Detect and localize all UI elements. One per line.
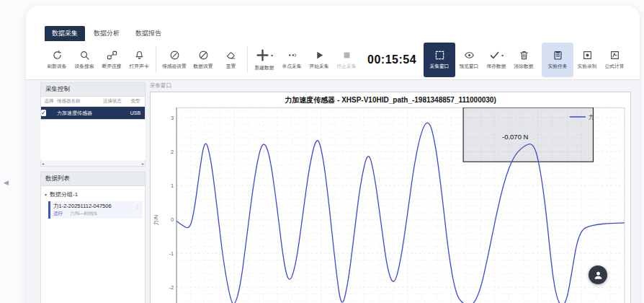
y-tick-label: 1 <box>171 183 174 189</box>
data-list-tree: ▾数据分组-1力1-2-20251112-047506⋮运行力/N—时间/s <box>40 186 146 303</box>
chevron-down-icon: ▾ <box>45 192 47 197</box>
sound-alert-button[interactable]: 打开声卡 <box>125 43 153 77</box>
scroll-left-icon[interactable]: ◂ <box>42 161 44 166</box>
preview-window-iconrow <box>464 50 475 61</box>
data-list-item[interactable]: 力1-2-20251112-047506⋮运行力/N—时间/s <box>48 201 143 219</box>
measurement-value: -0.070 N <box>502 133 529 141</box>
formula-calc-button[interactable]: 公式计算 <box>601 43 628 77</box>
new-data-label: 新建数据 <box>255 65 274 71</box>
search-device-iconrow <box>79 50 90 61</box>
data-item-detail: 力/N—时间/s <box>70 211 97 217</box>
sensor-table-header: 选择传感器名称连接状态类型 <box>41 97 145 107</box>
y-tick-label: 3 <box>171 115 174 121</box>
experiment-record-button[interactable]: 实验录制 <box>573 43 601 77</box>
y-tick-label: -2 <box>169 284 174 291</box>
search-device-button[interactable]: 设备搜索 <box>71 43 98 77</box>
column-header: 传感器名称 <box>57 98 99 105</box>
refresh-device-iconrow <box>52 50 63 61</box>
clear-data-iconrow <box>519 50 529 61</box>
collapse-panel-arrow[interactable]: ◀ <box>4 179 9 186</box>
kebab-menu-icon[interactable]: ⋮ <box>135 203 140 209</box>
bell-icon <box>134 50 145 61</box>
experiment-task-button[interactable]: 实验任务 <box>542 43 573 77</box>
single-point-capture-button[interactable]: 单点采集 <box>278 43 305 77</box>
data-item-status: 运行 <box>53 211 63 217</box>
stop-icon <box>341 50 352 61</box>
sensor-checkbox[interactable]: ✓ <box>41 110 46 116</box>
capture-timer: 00:15:54 <box>367 53 416 66</box>
y-axis-label: 力/N <box>153 215 159 226</box>
sensor-table-scrollbar[interactable]: ◂ ▸ <box>40 160 146 167</box>
new-data-iconrow: ▾ <box>256 48 273 62</box>
disconnect-device-button[interactable]: 断开连接 <box>98 43 125 77</box>
sound-alert-label: 打开声卡 <box>130 63 149 70</box>
dots-icon <box>287 50 298 61</box>
sensor-name: 力加速度传感器 <box>57 110 99 117</box>
capture-window-label: 采集窗口 <box>150 82 631 91</box>
disconnect-device-iconrow <box>107 50 117 61</box>
toolbar-divider <box>247 47 248 73</box>
legend-label: 力 <box>589 114 594 120</box>
capture-window-iconrow <box>434 50 445 61</box>
reset-button[interactable]: 重置 <box>217 43 244 77</box>
chevron-down-icon: ▾ <box>271 53 273 58</box>
waveform-chart: 3210-1-2-3力/N-0.070 N力 <box>152 107 629 303</box>
tab-data-capture[interactable]: 数据采集 <box>45 26 85 41</box>
slash-circle-icon <box>198 50 209 61</box>
stop-capture-button[interactable]: 停止采集 <box>333 43 360 77</box>
pen-icon <box>169 50 180 61</box>
experiment-task-label: 实验任务 <box>548 63 568 70</box>
acquisition-control-header: 采集控制 <box>40 82 146 97</box>
single-point-capture-label: 单点采集 <box>282 63 302 70</box>
data-item-sub: 运行力/N—时间/s <box>53 211 140 217</box>
clear-data-label: 清除数据 <box>514 63 534 70</box>
refresh-device-button[interactable]: 刷新设备 <box>43 43 71 77</box>
tab-data-analysis[interactable]: 数据分析 <box>86 26 127 41</box>
stop-capture-iconrow <box>341 50 352 61</box>
left-panel: 采集控制 选择传感器名称连接状态类型✓力加速度传感器USB ◂ ▸ 数据列表 ▾… <box>40 82 146 303</box>
refresh-icon <box>52 50 63 61</box>
sensor-table-empty-space <box>40 120 146 160</box>
column-header: 连接状态 <box>99 98 126 105</box>
clipboard-icon <box>553 50 563 61</box>
formula-calc-label: 公式计算 <box>605 63 625 70</box>
data-group-row[interactable]: ▾数据分组-1 <box>41 188 145 201</box>
data-group-label: 数据分组-1 <box>50 190 78 198</box>
formula-icon <box>609 50 620 61</box>
search-device-label: 设备搜索 <box>75 63 94 70</box>
reset-iconrow <box>225 50 236 61</box>
sensor-type: USB <box>126 110 145 115</box>
preview-window-button[interactable]: 预览窗口 <box>455 43 483 77</box>
experiment-task-iconrow <box>553 50 563 61</box>
eraser-icon <box>225 50 236 61</box>
start-capture-label: 开始采集 <box>310 63 329 70</box>
clear-data-button[interactable]: 清除数据 <box>510 43 537 77</box>
check-icon <box>489 50 500 61</box>
experiment-record-iconrow <box>582 50 593 61</box>
save-data-button[interactable]: ▾保存数据 <box>483 43 510 77</box>
data-settings-button[interactable]: 数据设置 <box>189 43 217 77</box>
start-capture-button[interactable]: 开始采集 <box>305 43 333 77</box>
chart-title: 力加速度传感器 - XHSP-V10HID_path_-1981348857_1… <box>151 95 630 105</box>
capture-window-button[interactable]: 采集窗口 <box>424 43 455 77</box>
sensor-settings-button[interactable]: 传感器设置 <box>159 43 189 77</box>
page: ◀ 数据采集数据分析数据报告 刷新设备设备搜索断开连接打开声卡传感器设置数据设置… <box>0 0 644 303</box>
preview-window-label: 预览窗口 <box>460 63 479 70</box>
data-item-name: 力1-2-20251112-047506 <box>53 203 112 210</box>
sensor-row[interactable]: ✓力加速度传感器USB <box>41 107 145 119</box>
tab-data-report[interactable]: 数据报告 <box>128 26 169 41</box>
new-data-button[interactable]: ▾新建数据 <box>251 43 278 77</box>
data-list-header: 数据列表 <box>40 172 146 186</box>
scroll-right-icon[interactable]: ▸ <box>142 161 144 166</box>
start-capture-iconrow <box>314 50 325 61</box>
y-tick-label: -1 <box>169 250 174 257</box>
assistant-fab[interactable] <box>589 265 607 284</box>
y-tick-label: 2 <box>171 149 174 155</box>
trash-icon <box>519 50 529 61</box>
chart-container: 力加速度传感器 - XHSP-V10HID_path_-1981348857_1… <box>150 92 631 303</box>
person-icon <box>593 270 604 281</box>
toolbar-divider <box>156 47 156 73</box>
column-header: 选择 <box>41 98 57 105</box>
record-icon <box>582 50 593 61</box>
stop-capture-label: 停止采集 <box>337 63 357 70</box>
